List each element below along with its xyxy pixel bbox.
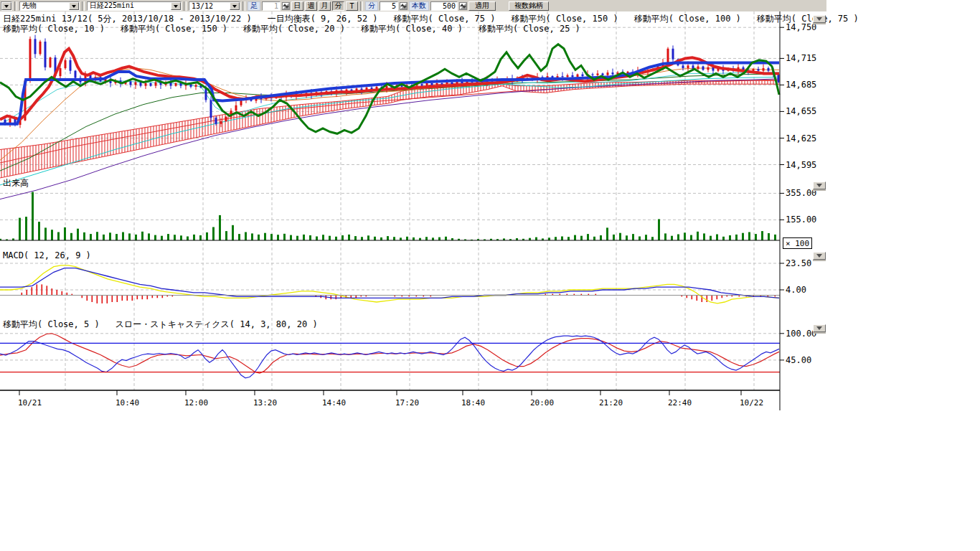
legend-item: 日経225mini 13/12( 5分, 2013/10/18 - 2013/1…	[3, 14, 252, 24]
legend-item: 移動平均( Close, 150 )	[121, 24, 227, 34]
volume-panel-label: 出来高	[3, 179, 29, 188]
legend-item: 移動平均( Close, 100 )	[634, 14, 741, 24]
y-axis-label: 14,655	[786, 106, 816, 116]
legend-item: 移動平均( Close, 75 )	[394, 14, 496, 24]
x-axis-label: 17:20	[395, 398, 419, 408]
reference-lines	[0, 240, 780, 372]
y-axis-label: 155.00	[786, 215, 816, 225]
stoch-k	[0, 336, 779, 378]
x-axis-label: 14:40	[322, 398, 346, 408]
legend-item: 移動平均( Close, 150 )	[512, 14, 618, 24]
macd-panel-dropdown-button[interactable]	[813, 252, 826, 260]
stoch-ma-label: 移動平均( Close, 5 )	[3, 320, 100, 329]
x-axis-label: 20:00	[530, 398, 554, 408]
y-axis-label: 14,715	[786, 53, 816, 63]
volume-panel-dropdown-button[interactable]	[813, 182, 826, 189]
y-axis-label: 4.00	[786, 285, 806, 295]
volume-bars	[0, 192, 776, 240]
stochastics-label: スロー・ストキャスティクス( 14, 3, 80, 20 )	[116, 320, 318, 329]
chevron-down-icon	[816, 326, 822, 333]
x-axis-label: 13:20	[253, 398, 277, 408]
legend-item: 移動平均( Close, 75 )	[757, 14, 859, 24]
x-axis-label: 21:20	[599, 398, 623, 408]
volume-multiplier-badge: × 100	[783, 237, 812, 249]
chevron-down-icon	[816, 254, 822, 260]
x-axis-label: 22:40	[668, 398, 692, 408]
y-axis-label: 23.50	[786, 258, 811, 268]
y-axis-label: 100.00	[786, 329, 816, 339]
price-overlays-thick	[0, 44, 779, 134]
y-axis-label: 14,685	[786, 80, 816, 90]
legend-item: 移動平均( Close, 20 )	[243, 24, 345, 34]
legend-item: 一目均衡表( 9, 26, 52 )	[268, 14, 378, 24]
x-axis-label: 10/21	[18, 398, 42, 408]
y-axis-label: 355.00	[786, 188, 816, 198]
ichimoku-cloud	[0, 80, 779, 178]
x-axis-label: 18:40	[461, 398, 485, 408]
price-panel-legend-row1: 日経225mini 13/12( 5分, 2013/10/18 - 2013/1…	[3, 14, 859, 24]
y-axis-label: 14,750	[786, 22, 816, 32]
chevron-down-icon	[816, 184, 822, 190]
x-axis-label: 10/22	[740, 398, 763, 408]
y-axis-label: 45.00	[786, 355, 811, 365]
legend-item: 移動平均( Close, 10 )	[3, 24, 105, 34]
stoch-panel-label: 移動平均( Close, 5 ) スロー・ストキャスティクス( 14, 3, 8…	[3, 320, 318, 329]
price-panel-legend-row2: 移動平均( Close, 10 )移動平均( Close, 150 )移動平均(…	[3, 24, 580, 34]
chevron-down-icon	[816, 17, 822, 24]
x-axis-label: 12:00	[184, 398, 208, 408]
stoch-panel-dropdown-button[interactable]	[813, 324, 826, 332]
macd-panel-label: MACD( 12, 26, 9 )	[3, 251, 91, 260]
cyan-lagging	[0, 77, 779, 185]
y-axis-label: 14,625	[786, 133, 816, 143]
chart-canvas: 14,75014,71514,68514,65514,62514,595355.…	[0, 0, 980, 551]
macd-line	[0, 268, 779, 298]
price-panel-dropdown-button[interactable]	[813, 15, 826, 23]
y-axis-label: 14,595	[786, 160, 816, 170]
x-axis-label: 10:40	[116, 398, 139, 408]
legend-item: 移動平均( Close, 25 )	[479, 24, 580, 34]
legend-item: 移動平均( Close, 40 )	[361, 24, 463, 34]
